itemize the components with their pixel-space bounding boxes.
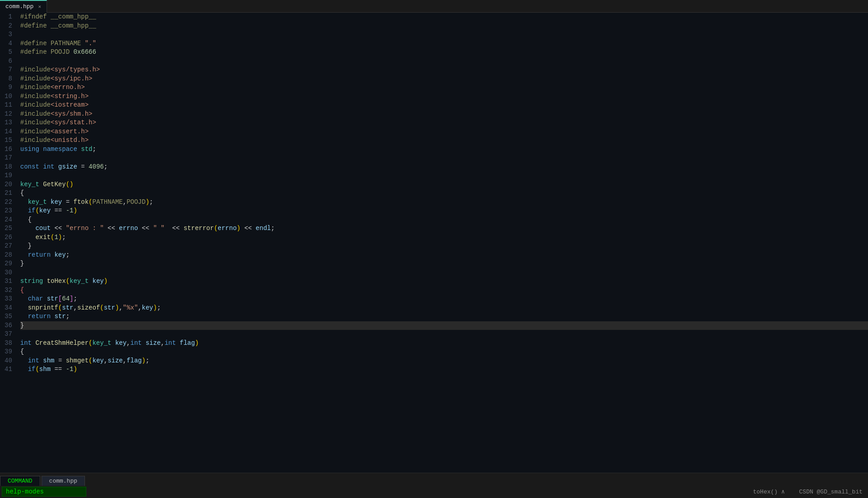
line-number-16: 16 [5, 145, 12, 154]
tab-close-icon[interactable]: ✕ [38, 4, 41, 9]
line-number-36: 36 [5, 321, 12, 330]
code-line-14: #include<assert.h> [20, 127, 868, 136]
code-line-30 [20, 268, 868, 277]
code-line-13: #include<sys/stat.h> [20, 118, 868, 127]
line-number-33: 33 [5, 295, 12, 304]
code-line-22: key_t key = ftok(PATHNAME,POOJD); [20, 198, 868, 207]
csdn-info: CSDN @GD_small_bit [799, 489, 863, 495]
line-number-11: 11 [5, 101, 12, 110]
code-line-29: } [20, 259, 868, 268]
line-number-9: 9 [5, 83, 12, 92]
tab-comm-hpp[interactable]: comm.hpp ✕ [0, 0, 47, 13]
line-number-15: 15 [5, 136, 12, 145]
line-number-30: 30 [5, 268, 12, 277]
function-indicator: toHex() ∧ [753, 489, 785, 495]
code-line-36: } [20, 321, 868, 330]
code-line-3 [20, 30, 868, 39]
code-line-19 [20, 171, 868, 180]
line-number-40: 40 [5, 357, 12, 366]
code-line-11: #include<iostream> [20, 101, 868, 110]
line-number-8: 8 [5, 75, 12, 84]
line-number-21: 21 [5, 189, 12, 198]
vim-tab-row: COMMAND comm.hpp [0, 473, 868, 486]
line-number-3: 3 [5, 30, 12, 39]
code-line-26: exit(1); [20, 233, 868, 242]
line-number-27: 27 [5, 242, 12, 251]
code-line-7: #include<sys/types.h> [20, 66, 868, 75]
line-number-22: 22 [5, 198, 12, 207]
code-line-10: #include<string.h> [20, 92, 868, 101]
vim-command-row: toHex() ∧ CSDN @GD_small_bit [0, 486, 868, 498]
line-number-37: 37 [5, 330, 12, 339]
line-number-31: 31 [5, 277, 12, 286]
code-line-4: #define PATHNAME "." [20, 39, 868, 48]
code-line-17 [20, 154, 868, 163]
vim-right-info: toHex() ∧ CSDN @GD_small_bit [753, 488, 868, 495]
line-number-7: 7 [5, 66, 12, 75]
command-input[interactable] [2, 487, 86, 497]
code-line-27: } [20, 242, 868, 251]
line-number-29: 29 [5, 259, 12, 268]
code-line-31: string toHex(key_t key) [20, 277, 868, 286]
line-number-5: 5 [5, 48, 12, 57]
vim-status-bar: COMMAND comm.hpp toHex() ∧ CSDN @GD_smal… [0, 473, 868, 498]
code-line-6 [20, 57, 868, 66]
line-number-20: 20 [5, 180, 12, 189]
line-number-12: 12 [5, 110, 12, 119]
line-number-19: 19 [5, 171, 12, 180]
line-number-24: 24 [5, 216, 12, 225]
code-line-2: #define __comm_hpp__ [20, 22, 868, 31]
code-line-23: if(key == -1) [20, 207, 868, 216]
code-line-37 [20, 330, 868, 339]
code-line-39: { [20, 348, 868, 357]
code-line-28: return key; [20, 251, 868, 260]
line-number-39: 39 [5, 348, 12, 357]
line-number-14: 14 [5, 127, 12, 136]
code-line-8: #include<sys/ipc.h> [20, 75, 868, 84]
line-number-4: 4 [5, 39, 12, 48]
code-line-18: const int gsize = 4096; [20, 163, 868, 172]
line-number-32: 32 [5, 286, 12, 295]
tab-label: comm.hpp [5, 3, 33, 10]
code-line-15: #include<unistd.h> [20, 136, 868, 145]
line-number-25: 25 [5, 224, 12, 233]
line-number-35: 35 [5, 312, 12, 321]
code-line-24: { [20, 216, 868, 225]
line-number-23: 23 [5, 207, 12, 216]
code-area[interactable]: #ifndef __comm_hpp__#define __comm_hpp__… [17, 13, 868, 473]
tab-bar: comm.hpp ✕ [0, 0, 868, 13]
line-number-2: 2 [5, 22, 12, 31]
line-number-6: 6 [5, 57, 12, 66]
code-line-40: int shm = shmget(key,size,flag); [20, 357, 868, 366]
editor-container: 1234567891011121314151617181920212223242… [0, 13, 868, 473]
code-line-38: int CreatShmHelper(key_t key,int size,in… [20, 339, 868, 348]
line-number-26: 26 [5, 233, 12, 242]
code-line-34: snprintf(str,sizeof(str),"%x",key); [20, 304, 868, 313]
line-number-28: 28 [5, 251, 12, 260]
line-number-1: 1 [5, 13, 12, 22]
code-line-16: using namespace std; [20, 145, 868, 154]
code-line-41: if(shm == -1) [20, 365, 868, 374]
code-line-20: key_t GetKey() [20, 180, 868, 189]
code-line-1: #ifndef __comm_hpp__ [20, 13, 868, 22]
line-number-17: 17 [5, 154, 12, 163]
line-numbers: 1234567891011121314151617181920212223242… [0, 13, 17, 473]
line-number-38: 38 [5, 339, 12, 348]
code-line-21: { [20, 189, 868, 198]
code-line-5: #define POOJD 0x6666 [20, 48, 868, 57]
code-line-33: char str[64]; [20, 295, 868, 304]
line-number-34: 34 [5, 304, 12, 313]
code-line-35: return str; [20, 312, 868, 321]
line-number-41: 41 [5, 365, 12, 374]
code-line-12: #include<sys/shm.h> [20, 110, 868, 119]
vim-tab-command[interactable]: COMMAND [0, 476, 40, 486]
code-line-25: cout << "errno : " << errno << " " << st… [20, 224, 868, 233]
line-number-10: 10 [5, 92, 12, 101]
vim-tab-file[interactable]: comm.hpp [42, 476, 85, 486]
code-line-32: { [20, 286, 868, 295]
line-number-13: 13 [5, 118, 12, 127]
line-number-18: 18 [5, 163, 12, 172]
code-line-9: #include<errno.h> [20, 83, 868, 92]
